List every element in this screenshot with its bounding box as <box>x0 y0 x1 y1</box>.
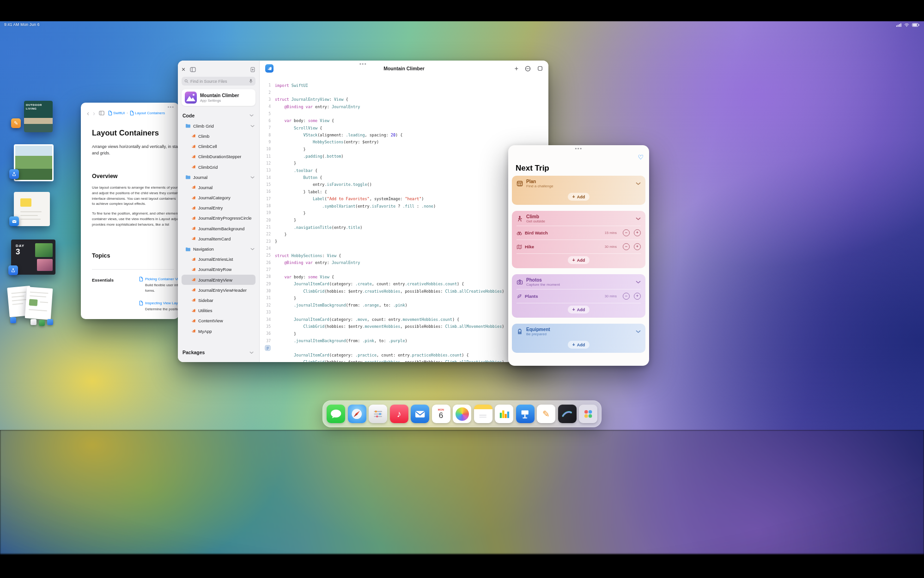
add-activity-button[interactable]: +Add <box>568 341 590 349</box>
app-settings-card[interactable]: Mountain Climber App Settings <box>182 89 255 106</box>
sidebar-file-myapp[interactable]: MyApp <box>182 326 255 336</box>
sidebar-folder-climb-grid[interactable]: Climb Grid <box>182 121 255 131</box>
dock-app-library-icon[interactable] <box>579 405 597 423</box>
gutter-marker-icon[interactable] <box>260 345 271 351</box>
dock-keynote-icon[interactable] <box>516 405 535 423</box>
stage-thumbnail-photo[interactable] <box>14 144 54 181</box>
stage-thumbnail-document[interactable] <box>25 287 53 320</box>
dock-mail-icon[interactable] <box>411 405 429 423</box>
sidebar-file-journalentryview[interactable]: JournalEntryView <box>182 275 255 285</box>
increment-button[interactable]: + <box>634 243 641 250</box>
decrement-button[interactable]: − <box>623 229 630 236</box>
topic-link-picking-container-views-for-your-content[interactable]: Picking Container Views for Your Content <box>145 277 179 281</box>
breadcrumb-label: Layout Containers <box>135 111 165 115</box>
dock-procreate-icon[interactable] <box>558 405 577 423</box>
card-header-plan[interactable]: PlanFind a challenge <box>517 177 641 191</box>
breadcrumb-item-layout-containers[interactable]: Layout Containers <box>130 111 165 116</box>
sidebar-file-journalitemcard[interactable]: JournalItemCard <box>182 234 255 244</box>
forward-button[interactable]: › <box>93 110 95 117</box>
run-destination-icon[interactable] <box>525 66 531 72</box>
mini-app-icon[interactable] <box>10 317 16 323</box>
increment-button[interactable]: + <box>634 229 641 236</box>
search-icon <box>184 79 188 83</box>
sidebar-folder-journal[interactable]: Journal <box>182 172 255 182</box>
sidebar-folder-navigation[interactable]: Navigation <box>182 244 255 254</box>
chevron-down-icon[interactable] <box>636 281 641 283</box>
dock-safari-icon[interactable] <box>348 405 366 423</box>
share-badge-icon[interactable] <box>8 265 18 275</box>
calendar-grid-icon <box>517 180 523 187</box>
sidebar-section-packages[interactable]: Packages <box>182 347 255 357</box>
mini-app-icon[interactable] <box>39 320 45 326</box>
topic-item: Inspecting View LayoutDetermine the posi… <box>139 301 179 312</box>
window-drag-handle[interactable]: ••• <box>575 146 582 151</box>
breadcrumb-item-swiftui[interactable]: SwiftUI <box>108 111 125 116</box>
sidebar-file-journalentrieslist[interactable]: JournalEntriesList <box>182 254 255 264</box>
sidebar-file-utilities[interactable]: Utilities <box>182 306 255 316</box>
mini-app-icon[interactable] <box>30 319 36 325</box>
window-drag-handle[interactable]: ••• <box>359 61 367 67</box>
sidebar-file-climbcell[interactable]: ClimbCell <box>182 141 255 152</box>
mail-badge-icon[interactable] <box>9 216 19 226</box>
sidebar-file-journalentryprogresscircle[interactable]: JournalEntryProgressCircle <box>182 213 255 223</box>
topic-link-inspecting-view-layout[interactable]: Inspecting View Layout <box>145 301 179 305</box>
dock-settings-icon[interactable] <box>369 405 387 423</box>
back-button[interactable]: ‹ <box>87 110 89 117</box>
sidebar-file-climbdurationstepper[interactable]: ClimbDurationStepper <box>182 152 255 162</box>
line-number: 13 <box>260 168 271 172</box>
code-text: } label: { <box>275 190 327 194</box>
dock-photos-icon[interactable] <box>453 405 471 423</box>
trip-card-photos: PhotosCapture the momentPlants30 mins−++… <box>512 274 645 318</box>
code-line: 20 } <box>260 217 548 224</box>
add-activity-button[interactable]: +Add <box>568 256 590 264</box>
sidebar-file-sidebar[interactable]: Sidebar <box>182 295 255 305</box>
sidebar-file-journalcategory[interactable]: JournalCategory <box>182 193 255 203</box>
add-button[interactable]: + <box>515 65 518 72</box>
code-area[interactable]: 1import SwiftUI23struct JournalEntryView… <box>260 76 548 362</box>
sidebar-file-journalitembackground[interactable]: JournalItemBackground <box>182 223 255 234</box>
add-activity-button[interactable]: +Add <box>568 193 590 201</box>
sidebar-file-climb[interactable]: Climb <box>182 131 255 141</box>
code-text: @Binding var entry: JournalEntry <box>275 260 360 265</box>
sidebar-file-journalentryviewheader[interactable]: JournalEntryViewHeader <box>182 285 255 295</box>
sidebar-file-journalentry[interactable]: JournalEntry <box>182 203 255 213</box>
card-titles: ClimbGet outside <box>526 214 545 224</box>
chevron-down-icon[interactable] <box>636 330 641 333</box>
microphone-icon[interactable] <box>249 79 253 84</box>
mini-app-icon[interactable] <box>47 319 53 325</box>
pencil-badge-icon[interactable]: ✎ <box>11 118 21 128</box>
card-header-equipment[interactable]: EquipmentBe prepared <box>517 325 641 338</box>
chevron-down-icon[interactable] <box>636 182 641 185</box>
decrement-button[interactable]: − <box>623 243 630 250</box>
toggle-sidebar-icon[interactable] <box>190 67 196 72</box>
sidebar-file-climbgrid[interactable]: ClimbGrid <box>182 162 255 172</box>
stop-app-button[interactable] <box>537 66 543 71</box>
stage-thumbnail-magazine[interactable]: OUTDOOR LIVING <box>24 101 53 132</box>
increment-button[interactable]: + <box>634 293 641 300</box>
card-header-climb[interactable]: ClimbGet outside <box>517 212 641 226</box>
sidebar-file-journal[interactable]: Journal <box>182 182 255 192</box>
search-input[interactable]: Find in Source Files <box>182 77 255 86</box>
dock-drawing-icon[interactable]: ✎ <box>537 405 555 423</box>
table-of-contents-icon[interactable] <box>99 111 104 116</box>
dock-music-icon[interactable]: ♪ <box>390 405 408 423</box>
sidebar-section-code[interactable]: Code <box>182 111 255 121</box>
sidebar-file-journalentryrow[interactable]: JournalEntryRow <box>182 264 255 275</box>
card-subtitle: Capture the moment <box>526 283 560 287</box>
decrement-button[interactable]: − <box>623 293 630 300</box>
chevron-down-icon[interactable] <box>636 217 641 220</box>
dock-numbers-icon[interactable] <box>495 405 513 423</box>
close-project-button[interactable]: × <box>182 66 185 73</box>
plus-icon: + <box>572 307 575 312</box>
share-badge-icon[interactable] <box>9 169 19 179</box>
add-activity-button[interactable]: +Add <box>568 306 590 314</box>
favorite-heart-icon[interactable]: ♡ <box>638 154 644 161</box>
sidebar-file-contentview[interactable]: ContentView <box>182 316 255 326</box>
stage-thumbnail-notes[interactable] <box>14 192 50 226</box>
dock-notes-icon[interactable] <box>474 405 492 423</box>
dock-calendar-icon[interactable]: MON6 <box>432 405 450 423</box>
dock-messages-icon[interactable] <box>327 405 345 423</box>
new-file-icon[interactable] <box>250 67 255 73</box>
card-header-photos[interactable]: PhotosCapture the moment <box>517 275 641 289</box>
doc-page-icon <box>139 277 143 282</box>
